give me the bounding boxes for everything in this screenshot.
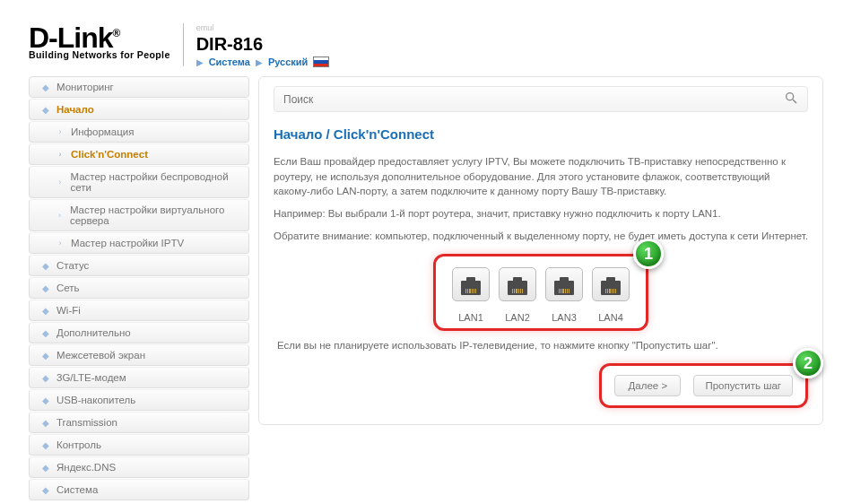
sidebar-item-label: 3G/LTE-модем [57,372,126,383]
sidebar-item-3g-lte[interactable]: ◆3G/LTE-модем [29,367,249,388]
port-label: LAN2 [499,312,536,323]
sidebar-item-label: Сеть [57,282,80,293]
sidebar-item-start[interactable]: ◆Начало [29,99,249,120]
sidebar-item-label: Мастер настройки IPTV [71,238,184,248]
skip-step-button[interactable]: Пропустить шаг [693,375,793,396]
bullet-icon: ◆ [42,105,49,115]
model-block: emul DIR-816 ▶ Система ▶ Русский [196,23,330,67]
sidebar-item-control[interactable]: ◆Контроль [29,434,249,456]
bullet-icon: ◆ [42,463,49,473]
sidebar-item-firewall[interactable]: ◆Межсетевой экран [29,344,249,366]
content-panel: Начало / Click'n'Connect Если Ваш провай… [258,76,823,425]
sidebar-item-label: Статус [57,260,89,271]
sidebar-item-label: Межсетевой экран [57,350,145,361]
chevron-right-icon: › [57,150,64,159]
description-example: Например: Вы выбрали 1-й порт роутера, з… [274,206,808,222]
skip-instruction: Если вы не планируете использовать IP-те… [277,340,804,351]
sidebar-item-advanced[interactable]: ◆Дополнительно [29,322,249,343]
ports-highlight: 1 LAN1 LAN2 LAN3 LAN4 [433,254,648,331]
lan-port-3[interactable] [545,267,583,301]
sidebar-item-system[interactable]: ◆Система [29,479,249,500]
next-button[interactable]: Далее > [614,375,681,396]
port-label: LAN3 [545,312,583,323]
sidebar-item-label: Контроль [57,439,101,450]
actions-highlight: 2 Далее > Пропустить шаг [599,363,808,408]
brand-block: D-Link® Building Networks for People [29,23,170,60]
sidebar-item-label: Мастер настройки беспроводной сети [70,171,239,193]
ethernet-jack-icon [601,281,621,295]
sidebar-sub-vserver-wizard[interactable]: ›Мастер настройки виртуального сервера [29,199,249,231]
svg-point-0 [787,93,794,100]
annotation-marker-1: 1 [633,239,664,269]
ethernet-jack-icon [461,281,481,295]
language-link[interactable]: Русский [268,56,308,67]
brand-title: D-Link® [29,23,170,52]
sidebar-item-label: Информация [71,126,134,137]
bullet-icon: ◆ [42,440,49,450]
description: Если Ваш провайдер предоставляет услугу … [274,154,808,243]
sidebar-item-label: Transmission [57,417,117,428]
page-title: Начало / Click'n'Connect [274,126,808,142]
chevron-right-icon: ▶ [196,57,204,67]
bullet-icon: ◆ [42,485,49,495]
sidebar-item-label: Система [57,484,98,495]
sidebar-item-label: Wi-Fi [57,305,81,316]
sidebar: ◆Мониторинг ◆Начало ›Информация ›Click'n… [29,76,249,501]
header: D-Link® Building Networks for People emu… [29,23,823,67]
search-icon[interactable] [784,91,798,108]
bullet-icon: ◆ [42,261,49,271]
sidebar-item-network[interactable]: ◆Сеть [29,277,249,299]
sidebar-item-status[interactable]: ◆Статус [29,255,249,276]
lan-port-1[interactable] [452,267,490,301]
sidebar-sub-wireless-wizard[interactable]: ›Мастер настройки беспроводной сети [29,166,249,198]
chevron-right-icon: › [57,178,63,187]
sidebar-item-yandex-dns[interactable]: ◆Яндекс.DNS [29,456,249,478]
sidebar-item-label: Click'n'Connect [71,149,148,160]
bullet-icon: ◆ [42,395,49,405]
brand-tagline: Building Networks for People [29,50,170,60]
chevron-right-icon: › [57,239,64,248]
sidebar-sub-clicknconnect[interactable]: ›Click'n'Connect [29,143,249,165]
description-paragraph: Если Ваш провайдер предоставляет услугу … [274,154,808,199]
bullet-icon: ◆ [42,373,49,383]
search-bar[interactable] [274,86,808,112]
bullet-icon: ◆ [42,306,49,316]
ethernet-jack-icon [554,281,574,295]
russia-flag-icon [313,56,329,67]
sidebar-item-label: Дополнительно [57,327,131,338]
search-input[interactable] [283,93,784,106]
sidebar-item-label: Яндекс.DNS [57,462,116,473]
chevron-right-icon: › [57,211,63,220]
bullet-icon: ◆ [42,418,49,428]
chevron-right-icon: ▶ [256,57,263,67]
sidebar-item-label: Мониторинг [57,82,114,92]
chevron-right-icon: › [57,127,64,136]
sidebar-item-monitoring[interactable]: ◆Мониторинг [29,76,249,98]
lan-port-2[interactable] [499,267,536,301]
model-name: DIR-816 [196,34,330,55]
sidebar-item-transmission[interactable]: ◆Transmission [29,412,249,433]
sidebar-item-label: USB-накопитель [57,395,135,405]
annotation-marker-2: 2 [793,348,823,378]
port-label: LAN4 [592,312,630,323]
system-link[interactable]: Система [209,56,250,67]
sidebar-sub-information[interactable]: ›Информация [29,121,249,143]
header-separator [183,23,184,66]
sidebar-item-usb[interactable]: ◆USB-накопитель [29,389,249,411]
sidebar-item-wifi[interactable]: ◆Wi-Fi [29,300,249,321]
lan-port-4[interactable] [592,267,630,301]
bullet-icon: ◆ [42,351,49,361]
svg-line-1 [793,100,796,103]
bullet-icon: ◆ [42,328,49,338]
sidebar-item-label: Начало [57,104,94,115]
sidebar-item-label: Мастер настройки виртуального сервера [70,204,239,226]
model-emul: emul [196,23,330,32]
bullet-icon: ◆ [42,283,49,293]
ethernet-jack-icon [508,281,527,295]
description-note: Обратите внимание: компьютер, подключенн… [274,229,808,244]
bullet-icon: ◆ [42,83,49,92]
sidebar-sub-iptv-wizard[interactable]: ›Мастер настройки IPTV [29,232,249,254]
port-label: LAN1 [452,312,490,323]
